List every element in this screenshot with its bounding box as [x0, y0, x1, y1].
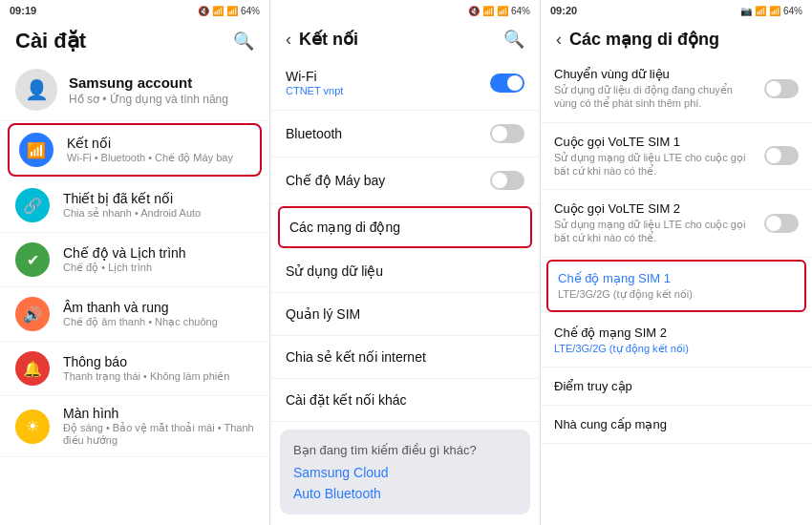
cheMangSIM1-title: Chế độ mạng SIM 1 — [558, 271, 787, 285]
sidebar-item-ket-noi[interactable]: 📶 Kết nối Wi-Fi • Bluetooth • Chế độ Máy… — [8, 123, 262, 177]
left-status-bar: 09:19 🔇 📶 📶 64% — [0, 0, 269, 21]
search-suggest-box: Bạn đang tìm kiếm điều gì khác? Samsung … — [280, 430, 530, 514]
mid-header: ‹ Kết nối 🔍 — [270, 21, 540, 55]
toggle-cuocGoiVoLTE1[interactable] — [764, 146, 799, 165]
bluetooth-title: Bluetooth — [286, 126, 342, 141]
ket-noi-text: Kết nối Wi-Fi • Bluetooth • Chế độ Máy b… — [67, 136, 233, 164]
chiaSeKetNoi-title: Chia sẻ kết nối internet — [286, 349, 426, 365]
thiet-bi-text: Thiết bị đã kết nối Chia sẻ nhanh • Andr… — [63, 191, 201, 220]
settings-list: 📶 Kết nối Wi-Fi • Bluetooth • Chế độ Máy… — [0, 121, 269, 525]
mid-status-bar: 🔇 📶 📶 64% — [270, 0, 540, 21]
toggle-cuocGoiVoLTE2[interactable] — [764, 214, 799, 233]
thiet-bi-sub: Chia sẻ nhanh • Android Auto — [63, 207, 201, 220]
cheMangSIM2-title: Chế độ mạng SIM 2 — [554, 326, 791, 340]
nhaCungCap-text: Nhà cung cấp mạng — [554, 417, 799, 431]
suDung-title: Sử dụng dữ liệu — [286, 263, 383, 279]
sidebar-item-am-thanh[interactable]: 🔊 Âm thanh và rung Chế độ âm thanh • Nhạ… — [0, 287, 269, 342]
am-thanh-title: Âm thanh và rung — [63, 300, 218, 315]
mid-item-suDung[interactable]: Sử dụng dữ liệu — [270, 250, 540, 293]
account-sub: Hồ sơ • Ứng dụng và tính năng — [69, 93, 228, 106]
am-thanh-sub: Chế độ âm thanh • Nhạc chuông — [63, 316, 218, 328]
samsung-account-section[interactable]: 👤 Samsung account Hồ sơ • Ứng dụng và tí… — [0, 59, 269, 121]
bluetooth-text: Bluetooth — [286, 126, 342, 141]
cuocGoiVoLTE1-title: Cuộc gọi VoLTE SIM 1 — [554, 135, 757, 149]
caiDat-title: Cài đặt kết nối khác — [286, 392, 407, 408]
header-with-back: ‹ Kết nối — [286, 29, 358, 50]
thong-bao-sub: Thanh trạng thái • Không làm phiền — [63, 370, 229, 383]
search-suggest-item-1[interactable]: Auto Bluetooth — [293, 486, 517, 501]
mid-item-wifi[interactable]: Wi-Fi CTNET vnpt — [270, 55, 540, 111]
left-time: 09:19 — [10, 5, 36, 16]
right-header: ‹ Các mạng di động — [541, 21, 812, 55]
mid-item-chiaSeKetNoi[interactable]: Chia sẻ kết nối internet — [270, 336, 540, 379]
search-suggest-title: Bạn đang tìm kiếm điều gì khác? — [293, 443, 517, 457]
mid-search-icon[interactable]: 🔍 — [503, 29, 524, 50]
man-hinh-sub: Độ sáng • Bảo vệ mắt thoải mái • Thanh đ… — [63, 422, 254, 447]
right-panel: 09:20 📷 📶 📶 64% ‹ Các mạng di động Chuyể… — [541, 0, 812, 525]
sidebar-item-thong-bao[interactable]: 🔔 Thông báo Thanh trạng thái • Không làm… — [0, 342, 269, 396]
mid-item-mayBay[interactable]: Chế độ Máy bay — [270, 158, 540, 204]
sidebar-item-thiet-bi[interactable]: 🔗 Thiết bị đã kết nối Chia sẻ nhanh • An… — [0, 178, 269, 233]
sidebar-item-che-do[interactable]: ✔ Chế độ và Lịch trình Chế độ • Lịch trì… — [0, 233, 269, 287]
sidebar-item-man-hinh[interactable]: ☀ Màn hình Độ sáng • Bảo vệ mắt thoải má… — [0, 396, 269, 457]
right-header-with-back: ‹ Các mạng di động — [556, 29, 719, 50]
right-item-cuocGoiVoLTE2[interactable]: Cuộc gọi VoLTE SIM 2 Sử dụng mạng dữ liệ… — [541, 190, 812, 258]
nhaCungCap-title: Nhà cung cấp mạng — [554, 417, 791, 431]
ket-noi-icon: 📶 — [19, 133, 53, 167]
mayBay-text: Chế độ Máy bay — [286, 173, 385, 188]
cacMang-title: Các mạng di động — [289, 220, 400, 235]
thong-bao-title: Thông báo — [63, 354, 229, 369]
man-hinh-icon: ☀ — [15, 410, 50, 444]
avatar: 👤 — [15, 69, 57, 111]
cuocGoiVoLTE2-text: Cuộc gọi VoLTE SIM 2 Sử dụng mạng dữ liệ… — [554, 201, 764, 245]
cheMangSIM1-sub: LTE/3G/2G (tự động kết nối) — [558, 287, 787, 301]
account-name: Samsung account — [69, 74, 228, 91]
right-item-diemTruyCap[interactable]: Điểm truy cập — [541, 368, 812, 406]
man-hinh-text: Màn hình Độ sáng • Bảo vệ mắt thoải mái … — [63, 406, 254, 447]
mid-item-cacMang[interactable]: Các mạng di động — [278, 206, 532, 248]
mid-settings-list: Wi-Fi CTNET vnpt Bluetooth Chế độ Máy ba… — [270, 55, 540, 525]
account-info: Samsung account Hồ sơ • Ứng dụng và tính… — [69, 74, 228, 106]
cuocGoiVoLTE1-sub: Sử dụng mạng dữ liệu LTE cho cuộc gọi bấ… — [554, 151, 757, 178]
mayBay-title: Chế độ Máy bay — [286, 173, 385, 188]
right-settings-list: Chuyển vùng dữ liệu Sử dụng dữ liệu di đ… — [541, 55, 812, 525]
thong-bao-text: Thông báo Thanh trạng thái • Không làm p… — [63, 354, 229, 383]
search-suggest-item-0[interactable]: Samsung Cloud — [293, 465, 517, 480]
left-header: Cài đặt 🔍 — [0, 21, 269, 59]
che-do-title: Chế độ và Lịch trình — [63, 245, 186, 261]
toggle-bluetooth[interactable] — [490, 124, 524, 143]
mid-item-bluetooth[interactable]: Bluetooth — [270, 111, 540, 158]
right-item-cuocGoiVoLTE1[interactable]: Cuộc gọi VoLTE SIM 1 Sử dụng mạng dữ liệ… — [541, 123, 812, 191]
right-item-cheMangSIM2[interactable]: Chế độ mạng SIM 2 LTE/3G/2G (tự động kết… — [541, 314, 812, 368]
diemTruyCap-title: Điểm truy cập — [554, 379, 791, 393]
thiet-bi-title: Thiết bị đã kết nối — [63, 191, 201, 206]
right-item-cheMangSIM1[interactable]: Chế độ mạng SIM 1 LTE/3G/2G (tự động kết… — [546, 260, 806, 312]
che-do-icon: ✔ — [15, 242, 50, 277]
cuocGoiVoLTE1-text: Cuộc gọi VoLTE SIM 1 Sử dụng mạng dữ liệ… — [554, 135, 764, 178]
mid-item-caiDat[interactable]: Cài đặt kết nối khác — [270, 379, 540, 422]
cuocGoiVoLTE2-sub: Sử dụng mạng dữ liệu LTE cho cuộc gọi bấ… — [554, 218, 757, 245]
toggle-chuyenVung[interactable] — [764, 79, 799, 98]
right-back-arrow-icon[interactable]: ‹ — [556, 30, 562, 50]
mid-status-icons: 🔇 📶 📶 64% — [468, 6, 530, 16]
back-arrow-icon[interactable]: ‹ — [286, 30, 291, 50]
cacMang-text: Các mạng di động — [289, 220, 400, 235]
chuyenVung-text: Chuyển vùng dữ liệu Sử dụng dữ liệu di đ… — [554, 67, 764, 111]
toggle-mayBay[interactable] — [490, 171, 524, 190]
mid-item-quanLy[interactable]: Quản lý SIM — [270, 293, 540, 336]
am-thanh-text: Âm thanh và rung Chế độ âm thanh • Nhạc … — [63, 300, 218, 328]
right-item-chuyenVung[interactable]: Chuyển vùng dữ liệu Sử dụng dữ liệu di đ… — [541, 55, 812, 123]
page-title: Cài đặt — [15, 29, 86, 53]
che-do-sub: Chế độ • Lịch trình — [63, 262, 186, 274]
wifi-text: Wi-Fi CTNET vnpt — [286, 69, 343, 96]
man-hinh-title: Màn hình — [63, 406, 254, 421]
right-item-nhaCungCap[interactable]: Nhà cung cấp mạng — [541, 406, 812, 444]
cheMangSIM1-text: Chế độ mạng SIM 1 LTE/3G/2G (tự động kết… — [558, 271, 795, 301]
ket-noi-title: Kết nối — [67, 136, 233, 151]
search-icon[interactable]: 🔍 — [233, 31, 254, 52]
right-title: Các mạng di động — [569, 29, 719, 50]
wifi-sub: CTNET vnpt — [286, 85, 343, 96]
diemTruyCap-text: Điểm truy cập — [554, 379, 799, 393]
toggle-wifi[interactable] — [490, 74, 524, 93]
right-time: 09:20 — [550, 5, 577, 16]
